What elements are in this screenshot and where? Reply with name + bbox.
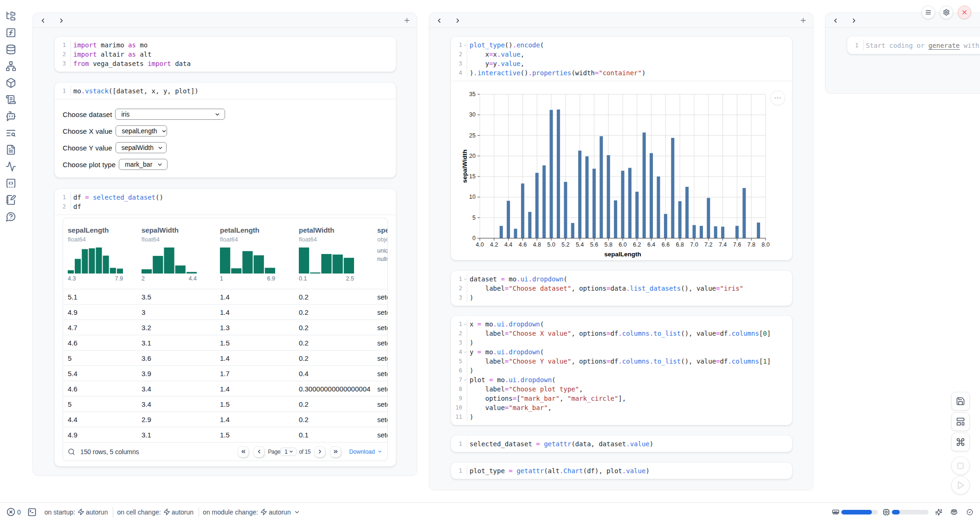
fold-marker[interactable] [463,378,467,382]
cell-code[interactable]: 1selected_dataset = getattr(data, datase… [451,436,792,452]
shortcuts-button[interactable] [951,433,970,451]
sidebar-item-activity[interactable] [6,161,16,172]
dropdown-select[interactable]: mark_bar [119,159,168,170]
layout-button[interactable] [951,412,970,431]
last-page-button[interactable] [330,446,341,457]
table-cell: 4.9 [63,431,137,439]
fold-marker[interactable] [463,277,467,281]
runtime-config-2[interactable]: on module change:autorun [203,508,300,516]
table-column-header[interactable]: sepalWidthfloat6424.4 [137,218,215,289]
dropdown-select[interactable]: iris [115,109,225,120]
cell-dataset-dropdown[interactable]: 1dataset = mo.ui.dropdown(2 label="Choos… [451,270,793,306]
sidebar-item-text-search[interactable] [6,128,16,138]
table-column-header[interactable]: sepalLengthfloat644.37.9 [63,218,137,289]
cell-code[interactable]: 1Start coding or generate with AI. [847,36,980,54]
generate-link[interactable]: generate [928,42,960,49]
fold-marker[interactable] [463,322,467,326]
cell-imports[interactable]: 1import marimo as mo2import altair as al… [54,36,396,72]
table-row[interactable]: 4.63.41.40.30000000000000004setosa [63,381,387,396]
cell-code[interactable]: 1dataset = mo.ui.dropdown(2 label="Choos… [451,271,792,306]
cell-vstack[interactable]: 1mo.vstack([dataset, x, y, plot])Choose … [54,82,396,178]
column-move-right-button[interactable] [851,17,858,24]
sidebar-item-scroll-text[interactable] [6,94,16,105]
sidebar-item-message-circle-question[interactable] [6,211,16,222]
cell-code[interactable]: 1plot_type().encode(2 x=x.value,3 y=y.va… [451,37,792,81]
svg-text:4.4: 4.4 [504,241,512,248]
column-move-right-button[interactable] [454,17,461,24]
table-row[interactable]: 4.93.11.50.1setosa [63,427,387,442]
add-cell-button[interactable] [403,17,411,24]
runtime-config-1[interactable]: on cell change:autorun [117,508,193,516]
cell-xy-dropdowns[interactable]: 1x = mo.ui.dropdown(2 label="Choose X va… [451,315,793,425]
svg-text:7.0: 7.0 [690,241,698,248]
sidebar-item-box[interactable] [6,78,16,88]
cell-code[interactable]: 1mo.vstack([dataset, x, y, plot]) [55,83,396,99]
add-cell-button[interactable] [799,17,807,24]
table-row[interactable]: 53.61.40.2setosa [63,350,387,365]
sidebar-item-square-function[interactable] [6,27,16,38]
errors-indicator[interactable]: 0 [6,508,21,516]
cell-selected-dataset[interactable]: 1selected_dataset = getattr(data, datase… [451,435,793,452]
table-row[interactable]: 5.13.51.40.2setosa [63,289,387,304]
page-select[interactable]: 1 [280,448,297,456]
sidebar-item-database[interactable] [6,44,16,55]
ai-assist-button[interactable] [935,508,942,516]
column-move-left-button[interactable] [39,17,46,24]
column-move-left-button[interactable] [436,17,443,24]
chart-actions-button[interactable] [770,91,785,105]
table-row[interactable]: 5.43.91.70.4setosa [63,365,387,381]
sidebar-item-bot-message-square[interactable] [6,111,16,122]
table-row[interactable]: 4.73.21.30.2setosa [63,319,387,335]
download-button[interactable]: Download [349,449,382,455]
terminal-button[interactable] [27,508,37,517]
run-all-button[interactable] [951,476,970,495]
chevron-down-icon [463,350,467,354]
cell-code[interactable]: 1df = selected_dataset()2df [55,189,396,215]
cell-plot[interactable]: 1plot_type().encode(2 x=x.value,3 y=y.va… [451,36,793,260]
column-move-right-button[interactable] [58,17,65,24]
table-row[interactable]: 53.41.50.2setosa [63,396,387,411]
next-page-button[interactable] [314,446,325,457]
runtime-config-0[interactable]: on startup:autorun [45,508,108,516]
table-column-header[interactable]: petalWidthfloat640.12.5 [294,218,373,289]
fold-marker[interactable] [463,43,467,47]
column-move-left-button[interactable] [832,17,839,24]
menu-button[interactable] [922,6,935,19]
box-icon [6,78,16,88]
cell-code[interactable]: 1import marimo as mo2import altair as al… [55,37,396,72]
cell-plot-type[interactable]: 1plot_type = getattr(alt.Chart(df), plot… [451,462,793,479]
cell-code[interactable]: 1x = mo.ui.dropdown(2 label="Choose X va… [451,316,792,425]
connection-status[interactable] [967,509,973,515]
copilot-button[interactable] [950,508,958,516]
table-row[interactable]: 4.63.11.50.2setosa [63,335,387,350]
dropdown-select[interactable]: sepalLength [116,125,167,137]
chevron-down-icon [157,145,163,151]
cell-code[interactable]: 1plot_type = getattr(alt.Chart(df), plot… [451,462,792,479]
table-row[interactable]: 4.931.40.2setosa [63,304,387,319]
dropdown-select[interactable]: sepalWidth [116,142,167,153]
stop-button[interactable] [951,456,970,475]
sidebar-item-folder-tree[interactable] [6,11,16,21]
line-number: 2 [55,50,66,59]
cell-new-cell[interactable]: 1Start coding or generate with AI. [847,36,980,54]
svg-text:6.6: 6.6 [662,241,670,248]
cell-dataframe[interactable]: 1df = selected_dataset()2dfsepalLengthfl… [54,189,396,467]
fold-marker[interactable] [463,350,467,354]
table-cell: 5.1 [63,293,137,301]
settings-button[interactable] [940,6,953,19]
prev-page-button[interactable] [253,446,264,457]
first-page-button[interactable] [238,446,249,457]
save-button[interactable] [951,392,970,410]
altair-bar-chart[interactable]: 4.04.24.44.64.85.05.25.45.65.86.06.26.46… [451,81,794,260]
sidebar-item-square-dashed-bottom-code[interactable] [6,178,16,189]
editor-placeholder[interactable]: Start coding or generate with AI. [866,41,980,50]
sidebar-item-network[interactable] [6,61,16,72]
table-row[interactable]: 4.42.91.40.2setosa [63,411,387,427]
sidebar-item-file-text[interactable] [6,144,16,155]
sidebar-item-notebook-pen[interactable] [6,195,16,205]
table-column-header[interactable]: speciesobjectunique: 3nulls: 0 [373,218,387,289]
close-button[interactable] [958,6,971,19]
line-number: 1 [451,439,462,449]
table-column-header[interactable]: petalLengthfloat6416.9 [215,218,294,289]
dropdown-row: Choose X valuesepalLength [63,125,388,137]
